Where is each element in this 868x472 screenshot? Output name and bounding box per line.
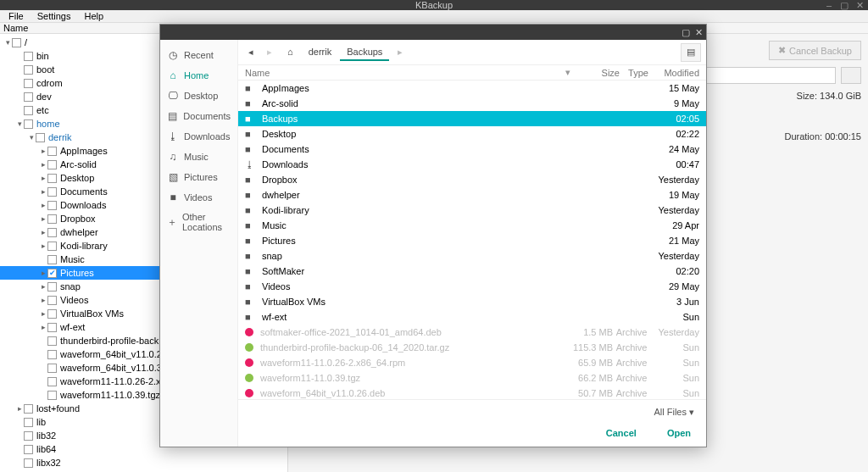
open-button[interactable]: Open bbox=[660, 425, 698, 441]
include-checkbox[interactable] bbox=[47, 187, 57, 197]
expand-icon[interactable]: ▸ bbox=[39, 282, 47, 291]
include-checkbox[interactable] bbox=[47, 282, 57, 292]
dialog-close-icon[interactable]: ✕ bbox=[695, 27, 703, 38]
expand-icon[interactable]: ▾ bbox=[3, 38, 12, 47]
include-checkbox[interactable] bbox=[47, 309, 57, 319]
file-row[interactable]: ■wf-extSun bbox=[238, 309, 706, 325]
close-icon[interactable]: ✕ bbox=[854, 0, 865, 11]
file-list[interactable]: ■AppImages15 May■Arc-solid9 May■Backups0… bbox=[238, 81, 706, 399]
include-checkbox[interactable] bbox=[24, 92, 33, 102]
include-checkbox[interactable] bbox=[47, 336, 57, 346]
expand-icon[interactable]: ▸ bbox=[39, 201, 47, 209]
expand-icon[interactable]: ▸ bbox=[39, 187, 47, 196]
sidebar-item-videos[interactable]: ■Videos bbox=[160, 187, 237, 208]
expand-icon[interactable]: ▸ bbox=[39, 242, 47, 250]
include-checkbox[interactable] bbox=[24, 52, 33, 61]
col-file-type[interactable]: Type bbox=[620, 68, 657, 78]
file-row[interactable]: ■Backups02:05 bbox=[238, 111, 706, 126]
include-checkbox[interactable] bbox=[24, 65, 33, 75]
nav-back-button[interactable]: ◂ bbox=[243, 45, 259, 60]
nav-forward-button[interactable]: ▸ bbox=[262, 45, 277, 60]
new-folder-button[interactable]: ▤ bbox=[681, 43, 701, 62]
file-row[interactable]: thunderbird-profile-backup-06_14_2020.ta… bbox=[238, 340, 706, 355]
file-row[interactable]: waveform11-11.0.26-2.x86_64.rpm65.9 MBAr… bbox=[238, 355, 706, 370]
include-checkbox[interactable] bbox=[12, 38, 21, 47]
include-checkbox[interactable] bbox=[47, 255, 57, 264]
expand-icon[interactable]: ▸ bbox=[39, 214, 47, 223]
file-filter-dropdown[interactable]: All Files ▾ bbox=[650, 405, 698, 419]
include-checkbox[interactable] bbox=[24, 79, 33, 88]
include-checkbox[interactable] bbox=[47, 364, 57, 373]
include-checkbox[interactable] bbox=[24, 445, 33, 454]
file-row[interactable]: waveform_64bit_v11.0.26.deb50.7 MBArchiv… bbox=[238, 386, 706, 399]
file-row[interactable]: ■Documents24 May bbox=[238, 142, 706, 157]
include-checkbox[interactable] bbox=[36, 133, 45, 142]
sidebar-item-home[interactable]: ⌂Home bbox=[160, 65, 237, 86]
include-checkbox[interactable] bbox=[47, 377, 57, 386]
col-name[interactable]: Name bbox=[0, 23, 170, 33]
sidebar-item-other-locations[interactable]: ＋Other Locations bbox=[160, 208, 237, 236]
expand-icon[interactable]: ▸ bbox=[39, 174, 47, 182]
dialog-maximize-icon[interactable]: ▢ bbox=[682, 27, 690, 38]
file-row[interactable]: ■Pictures21 May bbox=[238, 233, 706, 248]
include-checkbox[interactable] bbox=[24, 404, 33, 414]
cancel-button[interactable]: Cancel bbox=[599, 425, 643, 441]
sort-indicator-icon[interactable]: ▾ bbox=[562, 67, 574, 78]
include-checkbox[interactable] bbox=[47, 160, 57, 169]
expand-icon[interactable]: ▸ bbox=[39, 147, 47, 155]
breadcrumb-item[interactable]: derrik bbox=[302, 44, 339, 61]
col-file-size[interactable]: Size bbox=[574, 68, 620, 78]
include-checkbox[interactable] bbox=[24, 106, 33, 115]
include-checkbox[interactable] bbox=[47, 323, 57, 332]
expand-icon[interactable]: ▾ bbox=[27, 133, 36, 142]
file-row[interactable]: ■snapYesterday bbox=[238, 248, 706, 264]
expand-icon[interactable]: ▸ bbox=[39, 296, 47, 304]
sidebar-item-documents[interactable]: ▤Documents bbox=[160, 106, 237, 126]
file-row[interactable]: ■DropboxYesterday bbox=[238, 172, 706, 187]
sidebar-item-desktop[interactable]: 🖵Desktop bbox=[160, 86, 237, 106]
file-row[interactable]: ■dwhelper19 May bbox=[238, 187, 706, 203]
file-row[interactable]: ■Arc-solid9 May bbox=[238, 96, 706, 111]
tree-item[interactable]: libx32 bbox=[0, 456, 287, 469]
include-checkbox[interactable] bbox=[47, 269, 57, 278]
file-row[interactable]: ■AppImages15 May bbox=[238, 81, 706, 96]
include-checkbox[interactable] bbox=[47, 242, 57, 251]
browse-button[interactable] bbox=[841, 67, 861, 84]
menu-help[interactable]: Help bbox=[79, 10, 108, 22]
expand-icon[interactable]: ▾ bbox=[15, 119, 24, 128]
expand-icon[interactable]: ▸ bbox=[39, 160, 47, 169]
file-row[interactable]: softmaker-office-2021_1014-01_amd64.deb1… bbox=[238, 325, 706, 340]
expand-icon[interactable]: ▸ bbox=[39, 269, 47, 277]
file-row[interactable]: waveform11-11.0.39.tgz66.2 MBArchiveSun bbox=[238, 370, 706, 386]
maximize-icon[interactable]: ▢ bbox=[839, 0, 849, 11]
include-checkbox[interactable] bbox=[47, 391, 57, 400]
sidebar-item-downloads[interactable]: ⭳Downloads bbox=[160, 126, 237, 147]
sidebar-item-music[interactable]: ♫Music bbox=[160, 147, 237, 167]
file-row[interactable]: ■Videos29 May bbox=[238, 279, 706, 294]
col-file-modified[interactable]: Modified bbox=[657, 68, 706, 78]
include-checkbox[interactable] bbox=[47, 296, 57, 305]
include-checkbox[interactable] bbox=[24, 119, 33, 129]
file-row[interactable]: ■Music29 Apr bbox=[238, 218, 706, 233]
file-row[interactable]: ■Desktop02:22 bbox=[238, 126, 706, 142]
expand-icon[interactable]: ▸ bbox=[15, 404, 24, 413]
include-checkbox[interactable] bbox=[47, 350, 57, 359]
include-checkbox[interactable] bbox=[47, 147, 57, 156]
include-checkbox[interactable] bbox=[47, 174, 57, 183]
expand-icon[interactable]: ▸ bbox=[39, 228, 47, 236]
menu-settings[interactable]: Settings bbox=[32, 10, 76, 22]
include-checkbox[interactable] bbox=[47, 201, 57, 210]
include-checkbox[interactable] bbox=[47, 228, 57, 237]
breadcrumb-item[interactable]: Backups bbox=[340, 44, 389, 61]
expand-icon[interactable]: ▸ bbox=[39, 309, 47, 318]
sidebar-item-recent[interactable]: ◷Recent bbox=[160, 45, 237, 65]
include-checkbox[interactable] bbox=[47, 214, 57, 224]
file-row[interactable]: ⭳Downloads00:47 bbox=[238, 157, 706, 172]
col-file-name[interactable]: Name bbox=[238, 68, 562, 78]
expand-icon[interactable]: ▸ bbox=[39, 323, 47, 331]
file-row[interactable]: ■Kodi-libraryYesterday bbox=[238, 203, 706, 218]
include-checkbox[interactable] bbox=[24, 418, 33, 427]
file-row[interactable]: ■VirtualBox VMs3 Jun bbox=[238, 294, 706, 309]
breadcrumb-item[interactable]: ⌂ bbox=[281, 44, 300, 61]
include-checkbox[interactable] bbox=[24, 458, 33, 468]
